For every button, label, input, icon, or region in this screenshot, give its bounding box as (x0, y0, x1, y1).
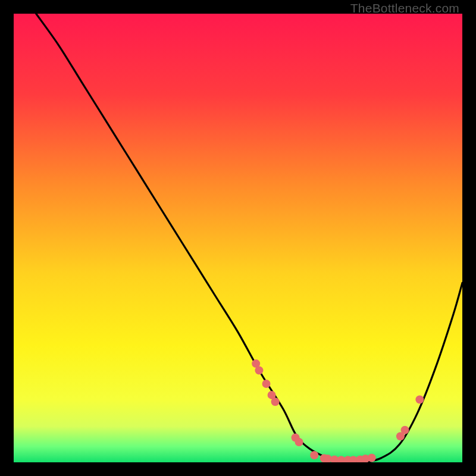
data-point-marker (262, 380, 271, 388)
bottleneck-chart (14, 14, 462, 462)
chart-frame (14, 14, 462, 462)
data-point-marker (295, 438, 303, 446)
data-point-marker (255, 366, 263, 374)
data-point-marker (271, 397, 280, 406)
data-point-marker (310, 451, 318, 459)
data-point-marker (415, 395, 424, 403)
data-point-marker (368, 453, 376, 462)
data-point-marker (400, 426, 409, 434)
